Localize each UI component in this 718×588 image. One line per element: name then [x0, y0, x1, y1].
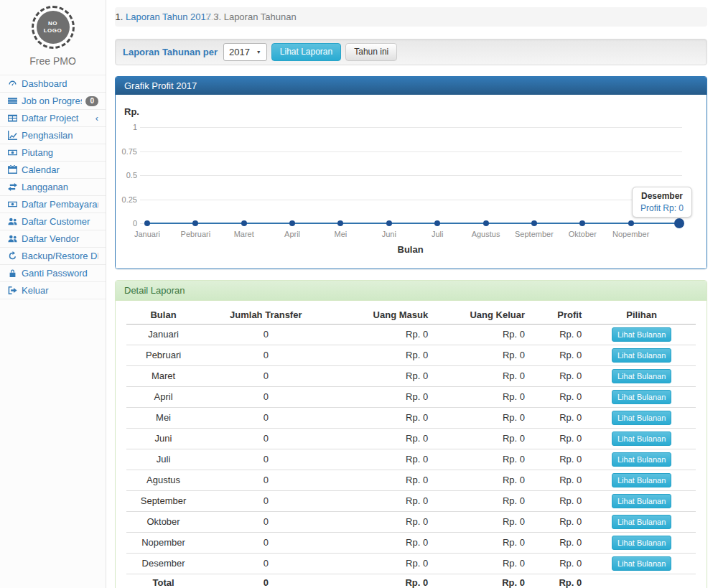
chart-gridline	[140, 175, 682, 176]
chart-point-juli[interactable]	[434, 220, 440, 226]
sidebar-item-label: Piutang	[22, 146, 98, 159]
cell-bulan: Juni	[126, 429, 200, 449]
cell-uang-masuk: Rp. 0	[331, 429, 434, 449]
line-chart-icon	[7, 131, 18, 140]
cell-jumlah-transfer: 0	[200, 325, 331, 345]
table-row-oktober: Oktober0Rp. 0Rp. 0Rp. 0Lihat Bulanan	[126, 512, 696, 533]
cell-uang-masuk: Rp. 0	[331, 554, 434, 574]
sidebar-item-label: Dashboard	[22, 78, 98, 90]
refresh-icon	[7, 251, 18, 261]
brand-name: Free PMO	[0, 55, 106, 67]
cell-bulan: Maret	[126, 366, 200, 387]
chart-point-mei[interactable]	[337, 220, 343, 226]
cell-profit: Rp. 0	[531, 449, 587, 470]
chart-gridline	[140, 151, 682, 152]
dashboard-icon	[7, 79, 18, 88]
sidebar-item-calendar[interactable]: Calendar	[0, 162, 106, 179]
lihat-bulanan-button[interactable]: Lihat Bulanan	[612, 348, 671, 363]
cell-pilihan	[587, 574, 696, 588]
lihat-laporan-button[interactable]: Lihat Laporan	[271, 43, 341, 61]
table-icon	[7, 113, 18, 123]
logo-box: NO LOGO Free PMO	[0, 0, 106, 67]
retweet-icon	[7, 182, 18, 192]
cell-uang-keluar: Rp. 0	[434, 554, 531, 574]
sidebar-item-daftar-customer[interactable]: Daftar Customer	[0, 213, 106, 230]
lihat-bulanan-button[interactable]: Lihat Bulanan	[612, 452, 671, 467]
header-jumlah-transfer: Jumlah Transfer	[200, 307, 331, 325]
sidebar-item-langganan[interactable]: Langganan	[0, 179, 106, 196]
cell-jumlah-transfer: 0	[200, 345, 331, 366]
sidebar-item-piutang[interactable]: Piutang	[0, 144, 106, 162]
calendar-icon	[7, 165, 18, 174]
sidebar-item-daftar-project[interactable]: Daftar Project‹	[0, 110, 106, 127]
table-row-nopember: Nopember0Rp. 0Rp. 0Rp. 0Lihat Bulanan	[126, 533, 696, 554]
sidebar-item-dashboard[interactable]: Dashboard	[0, 75, 106, 93]
breadcrumb-link[interactable]: Laporan Tahun 2017	[126, 11, 211, 22]
cell-jumlah-transfer: 0	[200, 512, 331, 533]
cell-jumlah-transfer: 0	[200, 429, 331, 449]
tahun-ini-button[interactable]: Tahun ini	[345, 43, 397, 61]
lihat-bulanan-button[interactable]: Lihat Bulanan	[612, 411, 671, 425]
cell-pilihan: Lihat Bulanan	[587, 449, 696, 470]
year-select[interactable]: 2017 ▼	[223, 43, 267, 61]
cell-uang-masuk: Rp. 0	[331, 491, 434, 512]
sidebar-item-ganti-password[interactable]: Ganti Password	[0, 265, 106, 282]
sidebar-item-label: Backup/Restore DB	[22, 250, 98, 262]
lihat-bulanan-button[interactable]: Lihat Bulanan	[612, 473, 671, 487]
cell-jumlah-transfer: 0	[200, 533, 331, 554]
cell-uang-masuk: Rp. 0	[331, 408, 434, 429]
chevron-left-icon: ‹	[95, 113, 98, 123]
chart-x-label: Nopember	[602, 230, 660, 238]
chart-point-pebruari[interactable]	[192, 220, 198, 226]
cell-pilihan: Lihat Bulanan	[587, 345, 696, 366]
lihat-bulanan-button[interactable]: Lihat Bulanan	[612, 390, 671, 404]
chart-point-januari[interactable]	[144, 220, 150, 226]
chart-point-april[interactable]	[289, 220, 295, 226]
main-content: Laporan Tahun 2017 / Laporan Tahunan Lap…	[106, 0, 718, 588]
lihat-bulanan-button[interactable]: Lihat Bulanan	[612, 515, 671, 529]
chart-point-september[interactable]	[531, 220, 537, 226]
sidebar-item-daftar-vendor[interactable]: Daftar Vendor	[0, 230, 106, 248]
cell-uang-keluar: Rp. 0	[434, 345, 531, 366]
header-profit: Profit	[531, 307, 587, 325]
sidebar-item-label: Keluar	[22, 284, 98, 297]
sidebar-item-penghasilan[interactable]: Penghasilan	[0, 127, 106, 144]
sidebar-item-keluar[interactable]: Keluar	[0, 282, 106, 299]
cell-profit: Rp. 0	[531, 408, 587, 429]
cell-uang-keluar: Rp. 0	[434, 512, 531, 533]
chart-point-oktober[interactable]	[579, 220, 585, 226]
profit-chart-panel: Grafik Profit 2017 Desember Profit Rp: 0…	[115, 76, 707, 269]
sidebar-item-label: Daftar Project	[22, 112, 92, 124]
cell-jumlah-transfer: 0	[200, 387, 331, 408]
table-total-row: Total0Rp. 0Rp. 0Rp. 0	[126, 574, 696, 588]
cell-profit: Rp. 0	[531, 470, 587, 491]
logo-text: NO LOGO	[42, 20, 64, 35]
lihat-bulanan-button[interactable]: Lihat Bulanan	[612, 556, 671, 571]
cell-jumlah-transfer: 0	[200, 408, 331, 429]
chart-point-desember[interactable]	[674, 218, 684, 228]
chart-point-agustus[interactable]	[483, 220, 489, 226]
lihat-bulanan-button[interactable]: Lihat Bulanan	[612, 431, 671, 446]
lihat-bulanan-button[interactable]: Lihat Bulanan	[612, 327, 671, 342]
sidebar-item-job-on-progress[interactable]: Job on Progress0	[0, 93, 106, 110]
lihat-bulanan-button[interactable]: Lihat Bulanan	[612, 494, 671, 508]
lihat-bulanan-button[interactable]: Lihat Bulanan	[612, 536, 671, 550]
cell-pilihan: Lihat Bulanan	[587, 533, 696, 554]
tooltip-value: Profit Rp: 0	[640, 203, 684, 213]
sidebar-item-daftar-pembayaran[interactable]: Daftar Pembayaran	[0, 196, 106, 213]
sidebar-item-backup-restore-db[interactable]: Backup/Restore DB	[0, 248, 106, 265]
cell-uang-keluar: Rp. 0	[434, 470, 531, 491]
cell-profit: Rp. 0	[531, 574, 587, 588]
header-uang-masuk: Uang Masuk	[331, 307, 434, 325]
chart-point-maret[interactable]	[241, 220, 247, 226]
cell-uang-masuk: Rp. 0	[331, 470, 434, 491]
cell-profit: Rp. 0	[531, 429, 587, 449]
table-row-agustus: Agustus0Rp. 0Rp. 0Rp. 0Lihat Bulanan	[126, 470, 696, 491]
sidebar-item-label: Job on Progress	[22, 95, 82, 107]
money-icon	[7, 200, 18, 209]
chart-panel-body: Desember Profit Rp: 0 00.250.50.751Rp.Bu…	[116, 95, 707, 269]
lihat-bulanan-button[interactable]: Lihat Bulanan	[612, 369, 671, 383]
cell-bulan: Mei	[126, 408, 200, 429]
chart-point-juni[interactable]	[386, 220, 392, 226]
chart-point-nopember[interactable]	[628, 220, 634, 226]
